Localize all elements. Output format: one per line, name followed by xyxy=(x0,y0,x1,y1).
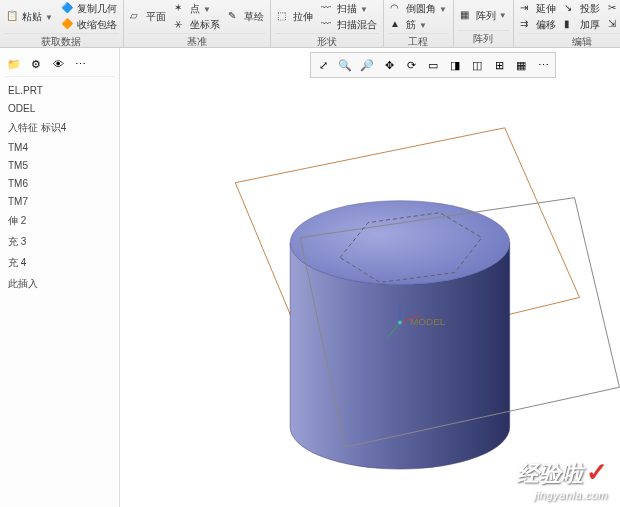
ribbon-group-label: 基准 xyxy=(128,33,266,49)
point-icon: ✶ xyxy=(174,2,188,16)
ribbon-group-label: 工程 xyxy=(388,33,449,49)
zoom-in-button[interactable]: 🔍 xyxy=(335,55,355,75)
cylinder-top xyxy=(290,201,510,285)
origin-label: MODEL xyxy=(410,316,446,327)
graphics-canvas[interactable]: MODEL 经验啦 ✓ jingyanla.com xyxy=(120,48,620,507)
sketch-icon: ✎ xyxy=(228,10,242,24)
copy-geom-icon: 🔷 xyxy=(61,2,75,16)
tree-item[interactable]: 充 4 xyxy=(4,254,115,272)
watermark-url: jingyanla.com xyxy=(517,489,608,501)
tree-item[interactable]: EL.PRT xyxy=(4,83,115,98)
thicken-button[interactable]: ▮加厚 xyxy=(562,17,602,33)
project-icon: ↘ xyxy=(564,2,578,16)
tree-item[interactable]: ODEL xyxy=(4,101,115,116)
view-button[interactable]: ▭ xyxy=(423,55,443,75)
annotation-button[interactable]: ⊞ xyxy=(489,55,509,75)
ribbon-group-label: 阵列 xyxy=(458,30,509,46)
zoom-out-button[interactable]: 🔎 xyxy=(357,55,377,75)
extrude-icon: ⬚ xyxy=(277,10,291,24)
ribbon-group-label: 编辑 xyxy=(518,33,620,49)
csys-button[interactable]: ⚹坐标系 xyxy=(172,17,222,33)
tree-item[interactable]: 伸 2 xyxy=(4,212,115,230)
sweep-blend-button[interactable]: 〰扫描混合 xyxy=(319,17,379,33)
trim-icon: ✂ xyxy=(608,2,620,16)
ribbon-group-label: 形状 xyxy=(275,33,379,49)
tree-filter-button[interactable]: 📁 xyxy=(6,56,22,72)
round-button[interactable]: ◠倒圆角▼ xyxy=(388,1,449,17)
extrude-button[interactable]: ⬚拉伸 xyxy=(275,9,315,25)
rib-button[interactable]: ▲筋▼ xyxy=(388,17,449,33)
thicken-icon: ▮ xyxy=(564,18,578,32)
ribbon-group-eng: ◠倒圆角▼ ▲筋▼ 工程 xyxy=(384,0,454,47)
ribbon-toolbar: 📋粘贴▼ 🔷复制几何 🔶收缩包络 获取数据 ▱平面 ✶点▼ ⚹坐标系 ✎草绘 基… xyxy=(0,0,620,48)
tree-item[interactable]: TM4 xyxy=(4,140,115,155)
ribbon-group-data: 📋粘贴▼ 🔷复制几何 🔶收缩包络 获取数据 xyxy=(0,0,124,47)
watermark: 经验啦 ✓ jingyanla.com xyxy=(517,457,608,501)
shrink-icon: 🔶 xyxy=(61,18,75,32)
rib-icon: ▲ xyxy=(390,18,404,32)
tree-show-button[interactable]: 👁 xyxy=(50,56,66,72)
pattern-icon: ▦ xyxy=(460,9,474,23)
shrink-wrap-button[interactable]: 🔶收缩包络 xyxy=(59,17,119,33)
sweep-button[interactable]: 〰扫描▼ xyxy=(319,1,379,17)
trim-button[interactable]: ✂修剪 xyxy=(606,1,620,17)
pan-button[interactable]: ✥ xyxy=(379,55,399,75)
tree-item[interactable]: 此插入 xyxy=(4,275,115,293)
tree-search-button[interactable]: ⋯ xyxy=(72,56,88,72)
model-view: MODEL xyxy=(120,48,620,507)
more-view-button[interactable]: ⋯ xyxy=(533,55,553,75)
extend2-button[interactable]: ⇲延伸 xyxy=(606,17,620,33)
ext2-icon: ⇲ xyxy=(608,18,620,32)
extend-button[interactable]: ⇥延伸 xyxy=(518,1,558,17)
ribbon-group-pattern: ▦阵列▼ 阵列 xyxy=(454,0,514,47)
refit-button[interactable]: ⤢ xyxy=(313,55,333,75)
ribbon-group-edit: ⇥延伸 ⇉偏移 ↘投影 ▮加厚 ✂修剪 ⇲延伸 编辑 xyxy=(514,0,620,47)
tree-item[interactable]: TM5 xyxy=(4,158,115,173)
offset-button[interactable]: ⇉偏移 xyxy=(518,17,558,33)
watermark-text: 经验啦 xyxy=(517,461,583,486)
sweep-icon: 〰 xyxy=(321,2,335,16)
tree-item[interactable]: 充 3 xyxy=(4,233,115,251)
view-toolbar: ⤢ 🔍 🔎 ✥ ⟳ ▭ ◨ ◫ ⊞ ▦ ⋯ xyxy=(310,52,556,78)
saved-views-button[interactable]: ◨ xyxy=(445,55,465,75)
extend-icon: ⇥ xyxy=(520,2,534,16)
ribbon-group-shape: ⬚拉伸 〰扫描▼ 〰扫描混合 形状 xyxy=(271,0,384,47)
tree-item[interactable]: TM6 xyxy=(4,176,115,191)
tree-settings-button[interactable]: ⚙ xyxy=(28,56,44,72)
display-style-button[interactable]: ◫ xyxy=(467,55,487,75)
rotate-button[interactable]: ⟳ xyxy=(401,55,421,75)
tree-toolbar: 📁 ⚙ 👁 ⋯ xyxy=(4,52,115,77)
plane-button[interactable]: ▱平面 xyxy=(128,9,168,25)
project-button[interactable]: ↘投影 xyxy=(562,1,602,17)
svg-point-3 xyxy=(398,320,402,324)
csys-icon: ⚹ xyxy=(174,18,188,32)
point-button[interactable]: ✶点▼ xyxy=(172,1,222,17)
paste-button[interactable]: 📋粘贴▼ xyxy=(4,9,55,25)
model-tree: EL.PRT ODEL 入特征 标识4 TM4 TM5 TM6 TM7 伸 2 … xyxy=(4,83,115,293)
paste-icon: 📋 xyxy=(6,10,20,24)
chevron-down-icon: ▼ xyxy=(45,13,53,22)
copy-geometry-button[interactable]: 🔷复制几何 xyxy=(59,1,119,17)
model-tree-panel: 📁 ⚙ 👁 ⋯ EL.PRT ODEL 入特征 标识4 TM4 TM5 TM6 … xyxy=(0,48,120,507)
check-icon: ✓ xyxy=(586,457,608,487)
plane-icon: ▱ xyxy=(130,10,144,24)
sketch-button[interactable]: ✎草绘 xyxy=(226,9,266,25)
tree-item[interactable]: 入特征 标识4 xyxy=(4,119,115,137)
round-icon: ◠ xyxy=(390,2,404,16)
pattern-button[interactable]: ▦阵列▼ xyxy=(458,8,509,24)
offset-icon: ⇉ xyxy=(520,18,534,32)
main-area: 📁 ⚙ 👁 ⋯ EL.PRT ODEL 入特征 标识4 TM4 TM5 TM6 … xyxy=(0,48,620,507)
ribbon-group-datum: ▱平面 ✶点▼ ⚹坐标系 ✎草绘 基准 xyxy=(124,0,271,47)
tree-item[interactable]: TM7 xyxy=(4,194,115,209)
sweepblend-icon: 〰 xyxy=(321,18,335,32)
perspective-button[interactable]: ▦ xyxy=(511,55,531,75)
ribbon-group-label: 获取数据 xyxy=(4,33,119,49)
